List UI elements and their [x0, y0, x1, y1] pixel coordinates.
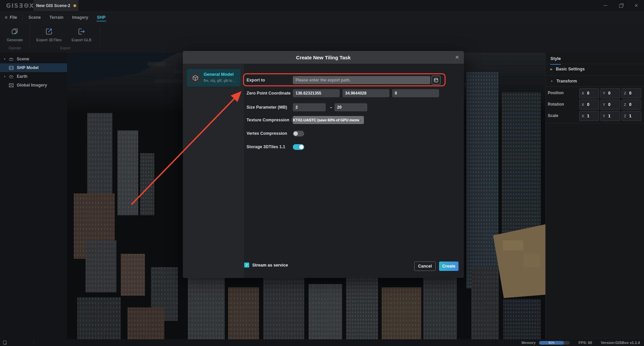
ribbon-group-operate: Operate [0, 46, 29, 50]
toggle-knob [299, 145, 304, 149]
file-menu[interactable]: ≡ File [5, 15, 17, 20]
modal-close-button[interactable]: ✕ [455, 51, 459, 64]
general-model-title: General Model [204, 72, 234, 77]
storage-3dtiles-row: Storage 3DTiles 1.1 [244, 144, 464, 150]
dropdown-caret-icon: ⌄ [359, 118, 364, 122]
tree-item-shp-model[interactable]: SHP Model [0, 63, 67, 72]
texture-compression-text: Texture Compression [247, 118, 289, 122]
panel-divider [546, 75, 644, 75]
size-parameter-label: Size Parameter (MB) [247, 105, 287, 110]
texture-compression-dropdown[interactable]: KTX2-UASTC (save 60% of GPU memory) ⌄ [293, 116, 364, 124]
export-glb-button[interactable]: Export GLB [67, 26, 96, 45]
rotation-x-value: 0 [587, 102, 589, 107]
export-path-input[interactable] [293, 76, 430, 84]
logo-text-b: Ǝ [19, 2, 24, 9]
tree-label-global-imagery: Global Imagery [17, 83, 47, 88]
transform-label: Transform [556, 79, 577, 83]
export-3dtiles-label: Export 3DTiles [37, 38, 62, 42]
position-y-field[interactable]: Y0 [600, 88, 620, 98]
basic-settings-label: Basic Settings [556, 67, 585, 71]
axis-x-label: X [582, 91, 584, 95]
axis-y-label: Y [603, 91, 605, 95]
cancel-button[interactable]: Cancel [414, 262, 436, 271]
minimize-button[interactable] [598, 0, 613, 11]
export-to-row: Export to [244, 76, 464, 84]
tree-label-earth: Earth [17, 74, 28, 79]
collapse-caret-icon[interactable]: ▼ [3, 75, 7, 78]
general-model-item[interactable]: General Model fbx, obj, gltf, glb to ... [187, 69, 240, 86]
transform-row-scale: Scale X1 Y1 Z1 [546, 111, 644, 121]
scene-icon [9, 57, 14, 62]
vertex-compression-toggle[interactable] [293, 131, 304, 136]
axis-x-label: X [582, 114, 584, 118]
memory-bar: 81% [539, 341, 570, 345]
tab-scene[interactable]: Scene [28, 12, 41, 23]
tab-terrain[interactable]: Terrain [49, 12, 64, 23]
console-panel-icon[interactable] [3, 340, 7, 345]
app-logo: GISƎ X [6, 0, 34, 11]
generate-icon [10, 27, 19, 36]
stream-checkbox[interactable]: ✓ [244, 263, 249, 268]
export-3dtiles-icon [45, 27, 53, 36]
scale-x-field[interactable]: X1 [579, 111, 599, 121]
size-max-input[interactable] [334, 103, 367, 111]
status-bar: Memory 81% FPS: 60 Version:GISBox v1.1.4 [0, 339, 644, 346]
rotation-y-field[interactable]: Y0 [600, 100, 620, 110]
tab-imagery[interactable]: Imagery [72, 12, 89, 23]
storage-3dtiles-toggle[interactable] [293, 144, 304, 150]
check-icon: ✓ [245, 263, 248, 267]
close-window-button[interactable]: ✕ [629, 0, 644, 11]
tree-item-earth[interactable]: ▼ Earth [0, 72, 67, 81]
create-button[interactable]: Create [439, 262, 459, 271]
general-model-subtitle: fbx, obj, gltf, glb to ... [204, 78, 236, 82]
browse-path-button[interactable] [432, 76, 440, 84]
toggle-knob [293, 131, 298, 136]
global-imagery-icon [9, 83, 14, 88]
transform-row-rotation: Rotation X0 Y0 Z0 [546, 100, 644, 110]
zero-point-z-input[interactable] [392, 89, 439, 97]
size-parameter-row: Size Parameter (MB) - [244, 103, 464, 111]
position-y-value: 0 [608, 91, 610, 96]
export-glb-icon [77, 27, 86, 36]
position-label: Position [548, 91, 564, 95]
texture-compression-label: Texture Compression ? [247, 117, 297, 123]
stream-as-service-option[interactable]: ✓ Stream as service [244, 263, 288, 268]
zero-point-y-input[interactable] [342, 89, 389, 97]
position-z-field[interactable]: Z0 [622, 88, 641, 98]
tree-item-global-imagery[interactable]: Global Imagery [0, 81, 67, 90]
position-z-value: 0 [629, 91, 632, 96]
texture-compression-value: KTX2-UASTC (save 60% of GPU memory) [293, 118, 359, 122]
style-panel: Style ▶ Basic Settings ▼ Transform Posit… [545, 53, 644, 339]
window-controls: ✕ [598, 0, 644, 11]
transform-section[interactable]: ▼ Transform [550, 79, 577, 83]
close-icon: ✕ [455, 54, 459, 60]
modal-form: Export to Zero Point Coordinate [244, 64, 464, 278]
size-min-input[interactable] [293, 103, 326, 111]
generate-button[interactable]: Generate [0, 26, 29, 45]
scale-x-value: 1 [587, 114, 589, 118]
ribbon-separator [30, 26, 30, 48]
axis-z-label: Z [624, 103, 626, 107]
scale-z-field[interactable]: Z1 [622, 111, 641, 121]
memory-indicator: Memory 81% [522, 341, 570, 345]
rotation-z-field[interactable]: Z0 [622, 100, 641, 110]
ribbon-group-export: Export [35, 46, 96, 50]
scale-y-value: 1 [608, 114, 610, 118]
position-x-field[interactable]: X0 [579, 88, 599, 98]
collapse-caret-icon[interactable]: ▼ [3, 58, 7, 61]
zero-point-x-input[interactable] [293, 89, 340, 97]
axis-x-label: X [582, 103, 584, 107]
rotation-x-field[interactable]: X0 [579, 100, 599, 110]
scene-document-tab[interactable]: New GIS Scene-2 [34, 0, 78, 11]
rotation-label: Rotation [548, 102, 564, 107]
export-3dtiles-button[interactable]: Export 3DTiles [35, 26, 63, 45]
scene-tab-label: New GIS Scene-2 [36, 3, 70, 8]
basic-settings-section[interactable]: ▶ Basic Settings [550, 67, 585, 71]
scale-y-field[interactable]: Y1 [600, 111, 620, 121]
tab-shp[interactable]: SHP [97, 12, 106, 23]
restore-icon [619, 4, 623, 8]
restore-button[interactable] [613, 0, 629, 11]
zero-point-row: Zero Point Coordinate [244, 89, 464, 97]
ribbon-toolbar: Generate Export 3DTiles Export GLB Opera… [0, 24, 644, 53]
tree-item-scene[interactable]: ▼ Scene [0, 55, 67, 63]
